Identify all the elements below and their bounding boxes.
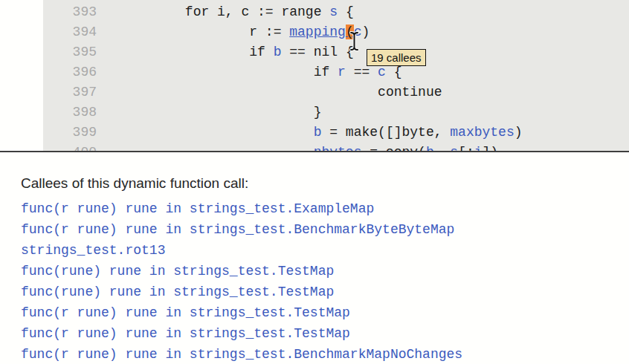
line-number: 400 (57, 145, 97, 151)
analysis-results-pane: Callees of this dynamic function call: f… (0, 152, 629, 364)
identifier-link[interactable]: i (474, 145, 483, 151)
code-text: for i, c := range (185, 4, 329, 19)
code-line-399: 399 b = make([]byte, maxbytes) (57, 123, 629, 143)
line-number: 399 (57, 125, 97, 140)
code-text: ) (362, 25, 370, 39)
code-text: [: (458, 145, 474, 151)
code-text: continue (378, 85, 442, 100)
code-line-398: 398 } (57, 103, 629, 123)
code-line-396: 396 if r == c { (57, 62, 629, 82)
identifier-link[interactable]: maxbytes (450, 125, 514, 140)
source-code: 393 for i, c := range s { 394 r := mappi… (43, 0, 629, 151)
line-number: 394 (57, 25, 97, 39)
code-line-397: 397 continue (57, 82, 629, 103)
identifier-link[interactable]: nbytes (314, 145, 362, 151)
text-cursor-icon (349, 31, 362, 51)
code-text: , (434, 145, 451, 151)
godoc-analysis-screen: 393 for i, c := range s { 394 r := mappi… (0, 0, 629, 364)
code-text: ) (515, 125, 523, 140)
callee-link[interactable]: func(r rune) rune in strings_test.Exampl… (21, 198, 629, 219)
identifier-link[interactable]: c (378, 65, 386, 79)
code-text: = copy( (361, 145, 425, 151)
identifier-link[interactable]: b (426, 145, 434, 151)
code-text: == nil { (281, 45, 353, 59)
identifier-link[interactable]: b (274, 45, 282, 59)
callees-tooltip: 19 callees (367, 49, 426, 66)
code-text: { (386, 65, 402, 79)
callee-link[interactable]: strings_test.rot13 (21, 240, 629, 261)
code-surface: 393 for i, c := range s { 394 r := mappi… (43, 0, 629, 151)
code-line-393: 393 for i, c := range s { (57, 2, 629, 22)
line-number: 398 (57, 105, 97, 120)
code-line-394: 394 r := mapping(c) (57, 22, 629, 42)
code-text: = make([]byte, (321, 125, 450, 140)
source-code-pane: 393 for i, c := range s { 394 r := mappi… (0, 0, 629, 151)
callees-heading: Callees of this dynamic function call: (21, 175, 629, 192)
code-text: } (314, 105, 322, 120)
identifier-link[interactable]: r (338, 65, 346, 79)
callee-link[interactable]: func(r rune) rune in strings_test.Benchm… (21, 344, 629, 364)
callee-link[interactable]: func(r rune) rune in strings_test.Benchm… (21, 219, 629, 240)
callee-link[interactable]: func(r rune) rune in strings_test.TestMa… (21, 323, 629, 344)
code-text: if (249, 45, 273, 59)
code-text: == (346, 65, 378, 79)
code-text: { (338, 4, 354, 19)
code-text: ]) (483, 145, 499, 151)
line-number: 397 (57, 85, 97, 100)
line-number: 395 (57, 45, 97, 59)
code-line-400: 400 nbytes = copy(b, s[:i]) (57, 143, 629, 151)
callee-function-link[interactable]: mapping (289, 25, 346, 39)
identifier-link[interactable]: s (450, 145, 458, 151)
line-number: 396 (57, 65, 97, 79)
identifier-link[interactable]: b (314, 125, 322, 140)
code-line-395: 395 if b == nil { (57, 42, 629, 62)
identifier-link[interactable]: s (329, 4, 338, 19)
callee-list: func(r rune) rune in strings_test.Exampl… (21, 198, 629, 364)
code-text: if (314, 65, 338, 79)
callee-link[interactable]: func(r rune) rune in strings_test.TestMa… (21, 302, 629, 323)
code-text: r := (249, 25, 289, 39)
line-number: 393 (57, 4, 97, 19)
callee-link[interactable]: func(rune) rune in strings_test.TestMap (21, 282, 629, 302)
callee-link[interactable]: func(rune) rune in strings_test.TestMap (21, 261, 629, 282)
